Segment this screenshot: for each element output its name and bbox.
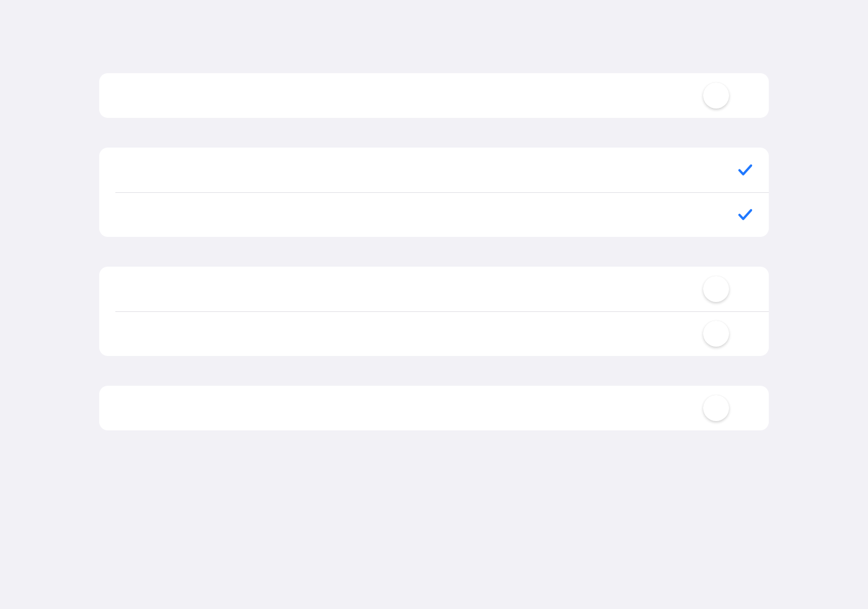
toggle-show-in-app-library[interactable] — [703, 393, 754, 423]
toggle-use-large-app-icons[interactable] — [703, 81, 754, 110]
toggle-show-app-library-in-dock[interactable] — [703, 274, 754, 304]
switch-knob — [703, 82, 729, 109]
switch-knob — [703, 321, 729, 347]
group-dock — [99, 267, 769, 356]
row-app-library-only[interactable] — [99, 192, 769, 237]
settings-content — [87, 73, 781, 430]
switch-knob — [703, 276, 729, 302]
row-add-to-home-screen[interactable] — [99, 148, 769, 192]
switch-knob — [703, 395, 729, 421]
row-show-suggested-recent-apps[interactable] — [99, 311, 769, 356]
checkmark-icon — [737, 206, 754, 223]
row-show-in-app-library[interactable] — [99, 386, 769, 430]
group-newly-downloaded-apps — [99, 148, 769, 237]
row-use-large-app-icons[interactable] — [99, 73, 769, 118]
group-notification-badges — [99, 386, 769, 430]
row-show-app-library-in-dock[interactable] — [99, 267, 769, 311]
checkmark-icon — [737, 161, 754, 179]
group-home-screen — [99, 73, 769, 118]
toggle-show-suggested-recent-apps[interactable] — [703, 319, 754, 349]
